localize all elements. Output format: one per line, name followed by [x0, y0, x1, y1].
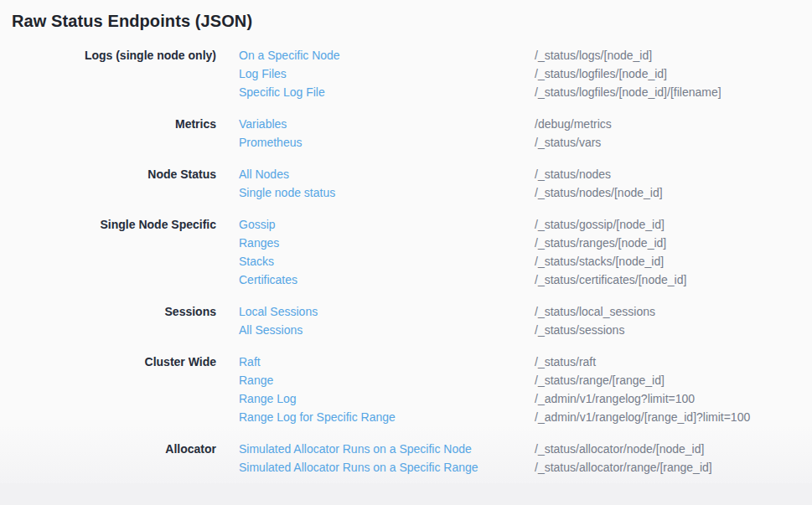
endpoint-link[interactable]: Local Sessions [239, 302, 535, 321]
endpoint-path: /_status/logfiles/[node_id]/[filename] [535, 83, 812, 101]
endpoint-link[interactable]: Ranges [239, 234, 535, 252]
endpoint-row: Gossip /_status/gossip/[node_id] [239, 215, 812, 234]
endpoint-section: Logs (single node only) On a Specific No… [0, 46, 812, 101]
endpoint-link[interactable]: On a Specific Node [239, 46, 535, 64]
endpoint-link[interactable]: Variables [239, 115, 535, 133]
endpoint-row: All Sessions /_status/sessions [239, 321, 812, 339]
endpoint-path: /_admin/v1/rangelog/[range_id]?limit=100 [535, 408, 812, 426]
endpoint-path: /_status/sessions [535, 321, 812, 339]
endpoint-link[interactable]: Gossip [239, 215, 535, 234]
endpoint-link[interactable]: All Nodes [239, 165, 535, 183]
endpoint-path: /_status/ranges/[node_id] [535, 234, 812, 252]
section-category-label: Logs (single node only) [0, 46, 216, 64]
endpoint-row: All Nodes /_status/nodes [239, 165, 812, 183]
section-category-label: Allocator [0, 440, 216, 458]
endpoint-path: /debug/metrics [535, 115, 812, 133]
endpoint-link[interactable]: Single node status [239, 183, 535, 202]
endpoint-path: /_status/certificates/[node_id] [535, 271, 812, 289]
endpoint-link[interactable]: Range [239, 371, 535, 389]
endpoint-section: Single Node Specific Gossip /_status/gos… [0, 215, 812, 289]
endpoint-row: Specific Log File /_status/logfiles/[nod… [239, 83, 812, 101]
section-category-label: Metrics [0, 115, 216, 133]
endpoint-row: Raft /_status/raft [239, 353, 812, 371]
endpoint-link[interactable]: All Sessions [239, 321, 535, 339]
endpoint-link[interactable]: Stacks [239, 252, 535, 271]
section-entries: Variables /debug/metrics Prometheus /_st… [239, 115, 812, 152]
endpoint-row: Local Sessions /_status/local_sessions [239, 302, 812, 321]
endpoint-section: Metrics Variables /debug/metrics Prometh… [0, 115, 812, 152]
endpoint-row: Log Files /_status/logfiles/[node_id] [239, 64, 812, 83]
endpoint-row: Simulated Allocator Runs on a Specific R… [239, 458, 812, 477]
endpoint-section: Cluster Wide Raft /_status/raft Range /_… [0, 353, 812, 426]
endpoint-row: Single node status /_status/nodes/[node_… [239, 183, 812, 202]
endpoint-link[interactable]: Log Files [239, 64, 535, 83]
section-entries: Local Sessions /_status/local_sessions A… [239, 302, 812, 339]
endpoint-path: /_status/logs/[node_id] [535, 46, 812, 64]
endpoint-row: Certificates /_status/certificates/[node… [239, 271, 812, 289]
endpoint-path: /_status/range/[range_id] [535, 371, 812, 389]
endpoint-path: /_status/logfiles/[node_id] [535, 64, 812, 83]
endpoint-row: Stacks /_status/stacks/[node_id] [239, 252, 812, 271]
endpoint-link[interactable]: Specific Log File [239, 83, 535, 101]
endpoint-path: /_status/local_sessions [535, 302, 812, 321]
section-entries: All Nodes /_status/nodes Single node sta… [239, 165, 812, 202]
endpoint-link[interactable]: Simulated Allocator Runs on a Specific N… [239, 440, 535, 458]
endpoint-row: Range Log /_admin/v1/rangelog?limit=100 [239, 389, 812, 408]
section-category-label: Node Status [0, 165, 216, 183]
endpoint-path: /_status/allocator/range/[range_id] [535, 458, 812, 477]
section-entries: Gossip /_status/gossip/[node_id] Ranges … [239, 215, 812, 289]
endpoint-path: /_status/raft [535, 353, 812, 371]
section-category-label: Cluster Wide [0, 353, 216, 371]
endpoint-path: /_status/gossip/[node_id] [535, 215, 812, 234]
section-entries: Simulated Allocator Runs on a Specific N… [239, 440, 812, 477]
endpoint-link[interactable]: Prometheus [239, 133, 535, 152]
endpoint-link[interactable]: Range Log for Specific Range [239, 408, 535, 426]
debug-page: Raw Status Endpoints (JSON) Logs (single… [0, 0, 812, 483]
endpoint-path: /_status/stacks/[node_id] [535, 252, 812, 271]
endpoint-row: On a Specific Node /_status/logs/[node_i… [239, 46, 812, 64]
endpoint-link[interactable]: Certificates [239, 271, 535, 289]
endpoint-path: /_admin/v1/rangelog?limit=100 [535, 389, 812, 408]
endpoint-row: Ranges /_status/ranges/[node_id] [239, 234, 812, 252]
endpoint-sections: Logs (single node only) On a Specific No… [0, 46, 812, 477]
endpoint-section: Node Status All Nodes /_status/nodes Sin… [0, 165, 812, 202]
endpoint-path: /_status/allocator/node/[node_id] [535, 440, 812, 458]
section-category-label: Sessions [0, 302, 216, 321]
endpoint-link[interactable]: Raft [239, 353, 535, 371]
endpoint-row: Range /_status/range/[range_id] [239, 371, 812, 389]
page-title: Raw Status Endpoints (JSON) [12, 12, 812, 31]
endpoint-link[interactable]: Range Log [239, 389, 535, 408]
endpoint-row: Range Log for Specific Range /_admin/v1/… [239, 408, 812, 426]
endpoint-row: Prometheus /_status/vars [239, 133, 812, 152]
endpoint-row: Variables /debug/metrics [239, 115, 812, 133]
endpoint-path: /_status/nodes [535, 165, 812, 183]
endpoint-path: /_status/vars [535, 133, 812, 152]
section-entries: Raft /_status/raft Range /_status/range/… [239, 353, 812, 426]
section-entries: On a Specific Node /_status/logs/[node_i… [239, 46, 812, 101]
section-category-label: Single Node Specific [0, 215, 216, 234]
endpoint-row: Simulated Allocator Runs on a Specific N… [239, 440, 812, 458]
endpoint-section: Sessions Local Sessions /_status/local_s… [0, 302, 812, 339]
endpoint-section: Allocator Simulated Allocator Runs on a … [0, 440, 812, 477]
endpoint-link[interactable]: Simulated Allocator Runs on a Specific R… [239, 458, 535, 477]
endpoint-path: /_status/nodes/[node_id] [535, 183, 812, 202]
